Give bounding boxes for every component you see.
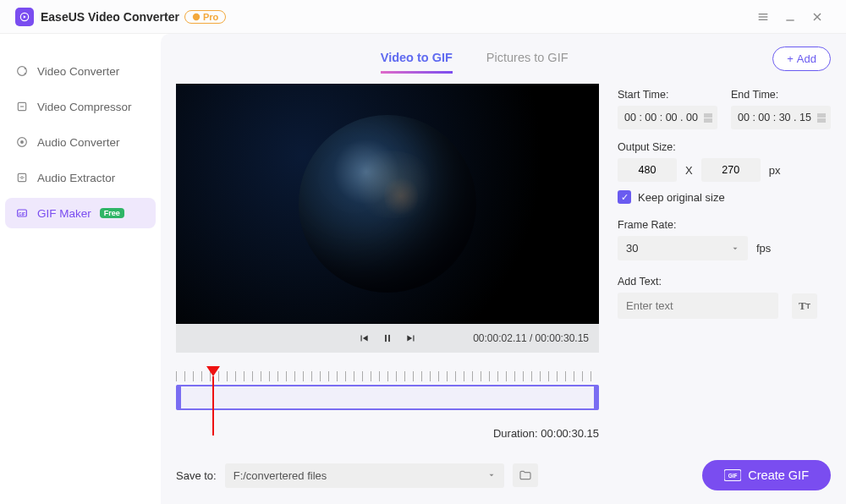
- trim-handle-left[interactable]: [176, 385, 181, 410]
- sidebar-item-video-converter[interactable]: Video Converter: [5, 56, 156, 86]
- add-text-label: Add Text:: [618, 276, 831, 288]
- start-time-label: Start Time:: [618, 89, 717, 101]
- save-to-label: Save to:: [176, 469, 217, 482]
- save-path-value: F:/convertered files: [233, 469, 327, 482]
- add-button-label: Add: [797, 52, 816, 65]
- frame-rate-label: Frame Rate:: [618, 219, 831, 231]
- frame-rate-select[interactable]: 30: [618, 236, 748, 260]
- chevron-down-icon: [731, 244, 739, 253]
- sidebar-item-gif-maker[interactable]: GIF GIF Maker Free: [5, 198, 156, 228]
- svg-point-8: [18, 67, 27, 76]
- options-panel: Start Time: 00 : 00 : 00 . 00 End Time: …: [618, 84, 831, 450]
- add-text-input[interactable]: [618, 293, 778, 319]
- keep-original-label: Keep original size: [638, 191, 725, 204]
- trim-range[interactable]: [176, 385, 599, 410]
- pause-button[interactable]: [376, 326, 399, 350]
- close-button[interactable]: [804, 3, 831, 30]
- app-title: EaseUS Video Converter: [41, 10, 179, 24]
- tab-video-to-gif[interactable]: Video to GIF: [381, 44, 453, 74]
- player-controls: 00:00:02.11 / 00:00:30.15: [176, 324, 599, 353]
- checkbox-checked-icon: ✓: [618, 190, 631, 204]
- svg-point-11: [21, 141, 24, 144]
- px-label: px: [769, 164, 781, 177]
- gif-maker-icon: GIF: [15, 206, 29, 220]
- create-gif-button[interactable]: GIF Create GIF: [702, 460, 831, 490]
- pro-badge-label: Pro: [203, 12, 218, 22]
- trim-handle-right[interactable]: [594, 385, 599, 410]
- video-preview[interactable]: [176, 84, 599, 324]
- app-logo: [15, 8, 34, 26]
- current-time: 00:00:02.11: [473, 332, 526, 344]
- keep-original-checkbox[interactable]: ✓ Keep original size: [618, 190, 831, 204]
- gif-icon: GIF: [724, 469, 741, 481]
- svg-rect-16: [388, 335, 390, 342]
- footer: Save to: F:/convertered files GIF Create…: [176, 450, 831, 504]
- chevron-down-icon: [487, 471, 496, 479]
- menu-button[interactable]: [750, 3, 777, 30]
- minimize-button[interactable]: [777, 3, 804, 30]
- audio-extractor-icon: [15, 171, 29, 184]
- fps-label: fps: [756, 242, 771, 255]
- svg-text:GIF: GIF: [19, 212, 25, 216]
- output-width-input[interactable]: [618, 158, 677, 182]
- main-panel: Video to GIF Pictures to GIF + Add: [161, 34, 846, 504]
- end-time-input[interactable]: 00 : 00 : 30 . 15: [731, 106, 831, 129]
- sidebar-item-label: Video Compressor: [37, 101, 132, 113]
- free-badge: Free: [100, 208, 124, 218]
- total-time: 00:00:30.15: [536, 332, 589, 344]
- svg-rect-15: [385, 335, 387, 342]
- sidebar-item-video-compressor[interactable]: Video Compressor: [5, 91, 156, 122]
- sidebar-item-label: Video Converter: [37, 65, 119, 78]
- tab-pictures-to-gif[interactable]: Pictures to GIF: [486, 44, 569, 74]
- video-player: 00:00:02.11 / 00:00:30.15: [176, 84, 599, 353]
- add-button[interactable]: + Add: [772, 47, 831, 71]
- preview-image: [299, 115, 476, 293]
- timeline[interactable]: [176, 371, 599, 419]
- svg-text:GIF: GIF: [728, 473, 738, 479]
- pro-badge: Pro: [184, 10, 226, 24]
- text-style-button[interactable]: TT: [792, 293, 817, 319]
- video-converter-icon: [15, 64, 29, 78]
- svg-point-1: [193, 13, 200, 19]
- playhead[interactable]: [206, 366, 220, 376]
- create-gif-label: Create GIF: [748, 468, 809, 482]
- duration-display: Duration: 00:00:30.15: [176, 427, 599, 440]
- audio-converter-icon: [15, 135, 29, 149]
- plus-icon: +: [787, 52, 794, 65]
- output-height-input[interactable]: [701, 158, 761, 182]
- sidebar-item-label: GIF Maker: [37, 207, 91, 220]
- start-time-input[interactable]: 00 : 00 : 00 . 00: [618, 106, 717, 129]
- sidebar: Video Converter Video Compressor Audio C…: [0, 34, 161, 504]
- browse-folder-button[interactable]: [513, 463, 538, 487]
- timeline-ruler: [176, 371, 599, 381]
- video-compressor-icon: [15, 100, 29, 113]
- output-size-label: Output Size:: [618, 141, 831, 153]
- sidebar-item-label: Audio Extractor: [37, 172, 115, 184]
- x-separator: X: [685, 164, 693, 177]
- spinner-icon[interactable]: [817, 113, 826, 123]
- end-time-label: End Time:: [731, 89, 831, 101]
- frame-rate-value: 30: [626, 242, 638, 255]
- next-button[interactable]: [399, 326, 423, 350]
- sidebar-item-audio-extractor[interactable]: Audio Extractor: [5, 162, 156, 193]
- folder-icon: [519, 468, 532, 482]
- save-path-select[interactable]: F:/convertered files: [225, 463, 504, 488]
- prev-button[interactable]: [352, 326, 376, 350]
- sidebar-item-audio-converter[interactable]: Audio Converter: [5, 127, 156, 157]
- star-icon: [192, 13, 201, 21]
- sidebar-item-label: Audio Converter: [37, 136, 120, 149]
- tabs: Video to GIF Pictures to GIF: [381, 44, 569, 74]
- title-bar: EaseUS Video Converter Pro: [0, 0, 846, 34]
- spinner-icon[interactable]: [704, 113, 712, 123]
- time-display: 00:00:02.11 / 00:00:30.15: [473, 332, 589, 344]
